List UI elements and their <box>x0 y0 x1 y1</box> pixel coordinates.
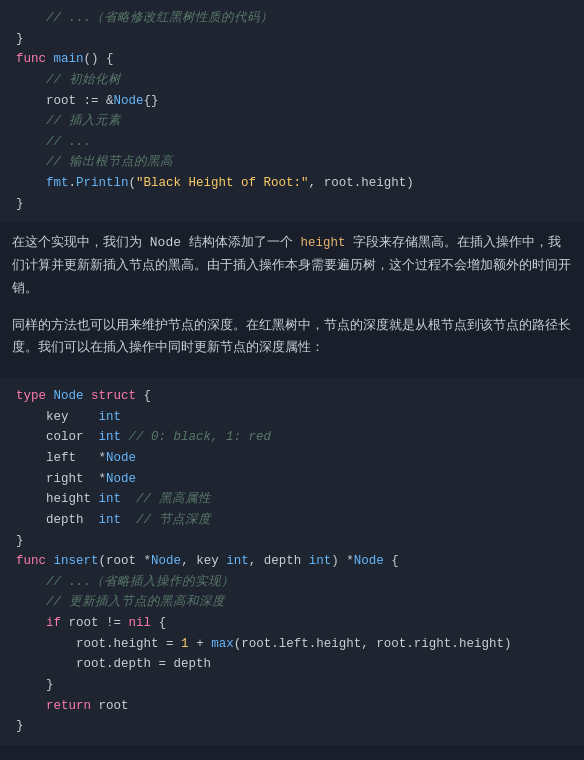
code-line: height int // 黑高属性 <box>16 489 568 510</box>
code-line: right *Node <box>16 469 568 490</box>
code-line: root := &Node{} <box>16 91 568 112</box>
code-line: if root != nil { <box>16 613 568 634</box>
prose-section-1: 在这个实现中，我们为 Node 结构体添加了一个 height 字段来存储黑高。… <box>0 222 584 310</box>
code-line: root.height = 1 + max(root.left.height, … <box>16 634 568 655</box>
code-line: // 初始化树 <box>16 70 568 91</box>
code-line: // 更新插入节点的黑高和深度 <box>16 592 568 613</box>
code-line: } <box>16 675 568 696</box>
code-line: // ...（省略插入操作的实现） <box>16 572 568 593</box>
code-line: key int <box>16 407 568 428</box>
code-line: // ... <box>16 132 568 153</box>
code-line: func main() { <box>16 49 568 70</box>
code-line: type Node struct { <box>16 386 568 407</box>
prose-text-1: 在这个实现中，我们为 Node 结构体添加了一个 height 字段来存储黑高。… <box>12 235 571 296</box>
code-line: } <box>16 531 568 552</box>
code-line: return root <box>16 696 568 717</box>
code-line: } <box>16 716 568 737</box>
code-line: left *Node <box>16 448 568 469</box>
code-line: } <box>16 194 568 215</box>
code-line: // 插入元素 <box>16 111 568 132</box>
code-line: // 输出根节点的黑高 <box>16 152 568 173</box>
code-line: depth int // 节点深度 <box>16 510 568 531</box>
prose-section-2: 同样的方法也可以用来维护节点的深度。在红黑树中，节点的深度就是从根节点到该节点的… <box>0 311 584 371</box>
code-line: } <box>16 29 568 50</box>
code-line: color int // 0: black, 1: red <box>16 427 568 448</box>
code-line: fmt.Println("Black Height of Root:", roo… <box>16 173 568 194</box>
prose-text-2: 同样的方法也可以用来维护节点的深度。在红黑树中，节点的深度就是从根节点到该节点的… <box>12 318 571 356</box>
code-line: // ...（省略修改红黑树性质的代码） <box>16 8 568 29</box>
code-line: root.depth = depth <box>16 654 568 675</box>
code-line: func insert(root *Node, key int, depth i… <box>16 551 568 572</box>
code-block-top: // ...（省略修改红黑树性质的代码） } func main() { // … <box>0 0 584 222</box>
code-block-bottom: type Node struct { key int color int // … <box>0 378 584 745</box>
